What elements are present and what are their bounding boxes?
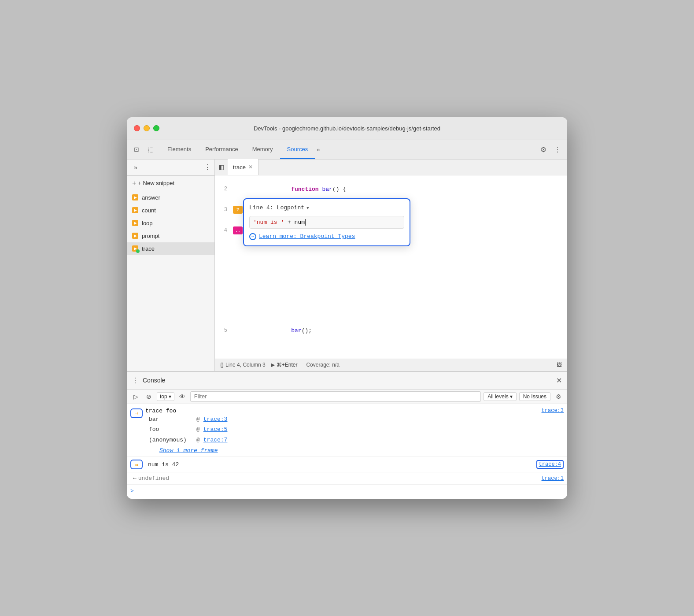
snippet-file-icon: ▶ [132,220,138,226]
snippet-loop[interactable]: ▶ loop [127,217,214,230]
arrow-circle-icon: → [249,233,256,240]
close-console-icon[interactable]: ✕ [556,376,562,385]
code-line-5: 5 bar(); [215,320,567,341]
trace-row-bar: bar @ trace:3 [149,414,564,424]
console-prompt[interactable]: > [127,485,567,497]
run-shortcut: ⌘+Enter [277,362,298,368]
trace-file-link[interactable]: trace:5 [203,424,228,434]
trace-icon-highlighted: ⇒ [130,408,143,418]
tab-memory[interactable]: Memory [245,140,280,159]
trace-at: @ [196,435,200,445]
breakpoint-badge-pink[interactable]: .. [233,226,243,234]
line-gutter-4: .. [233,226,243,234]
learn-more-link[interactable]: Learn more: Breakpoint Types [259,233,355,240]
trace-at: @ [196,424,200,434]
collapse-sidebar-icon[interactable]: » [130,162,141,173]
code-editor[interactable]: 2 function bar() { 3 ? let num [215,175,567,359]
snippet-file-icon: ▶ [132,207,138,213]
logpoint-source-link-highlighted[interactable]: trace:4 [536,460,564,469]
screenshot-icon[interactable]: 🖼 [557,362,562,368]
result-entry: ← undefined trace:1 [127,472,567,485]
trace-source-link[interactable]: trace:3 [542,408,564,414]
editor-tab-trace[interactable]: trace ✕ [228,159,258,175]
settings-gear-icon[interactable]: ⚙ [537,143,550,156]
maximize-button[interactable] [153,125,159,131]
sidebar: » ⋮ + + New snippet ▶ answer ▶ count [127,160,215,371]
issues-button[interactable]: No Issues [519,392,550,401]
tab-sources[interactable]: Sources [280,140,315,159]
log-levels-dropdown[interactable]: All levels ▾ [484,392,516,401]
snippet-prompt[interactable]: ▶ prompt [127,230,214,242]
console-trace-entry: ⇒ trace foo trace:3 bar @ trace:3 [127,406,567,457]
minimize-button[interactable] [144,125,150,131]
drag-handle-icon[interactable]: ⋮ [132,376,139,385]
close-tab-icon[interactable]: ✕ [248,164,253,170]
line-number-5: 5 [215,327,233,334]
editor-tabbar: ◧ trace ✕ [215,160,567,175]
logpoint-input[interactable]: 'num is ' + num [249,216,404,229]
logpoint-result-text: num is 42 [148,461,179,468]
show-more-frames-link[interactable]: Show 1 more frame [149,445,564,456]
active-dot [136,249,140,253]
tab-performance[interactable]: Performance [198,140,245,159]
trace-row-anon: (anonymous) @ trace:7 [149,435,564,445]
filter-input[interactable] [190,391,481,402]
titlebar: DevTools - googlechrome.github.io/devtoo… [127,117,567,140]
tab-actions: ⚙ ⋮ [537,143,564,156]
curly-braces-icon: {} [220,362,224,368]
tab-list: Elements Performance Memory Sources » [160,140,537,159]
chevron-down-icon: ▾ [169,393,171,400]
snippet-count[interactable]: ▶ count [127,204,214,217]
sidebar-toggle-icon[interactable]: ⊡ [130,143,143,156]
new-snippet-button[interactable]: + + New snippet [127,176,214,191]
devtools-tabbar: ⊡ ⬚ Elements Performance Memory Sources … [127,140,567,160]
logpoint-code-value: 'num is ' [253,219,284,226]
snippet-answer[interactable]: ▶ answer [127,191,214,204]
more-tabs-icon[interactable]: » [317,146,320,153]
dock-icon[interactable]: ⬚ [144,143,157,156]
logpoint-type-select[interactable]: Logpoint ▾ [277,204,310,212]
line-number-4: 4 [215,227,233,234]
logpoint-arrow-icon: ⇒ [135,461,138,468]
line-gutter-3: ? [233,206,243,214]
context-selector[interactable]: top ▾ [157,392,174,401]
navigator-toggle-icon[interactable]: ◧ [218,163,224,171]
line-number-3: 3 [215,207,233,213]
eye-icon[interactable]: 👁 [177,391,188,402]
tab-controls: ⊡ ⬚ [130,143,157,156]
logpoint-icon-highlighted: ⇒ [130,460,143,469]
trace-row-foo: foo @ trace:5 [149,424,564,434]
logpoint-learn-more[interactable]: → Learn more: Breakpoint Types [249,233,404,240]
trace-file-link[interactable]: trace:3 [203,414,228,424]
breakpoint-badge-orange[interactable]: ? [233,206,243,214]
snippet-trace[interactable]: ▶ trace [127,242,214,255]
result-source-link[interactable]: trace:1 [542,475,564,482]
chevron-down-icon: ▾ [510,393,513,400]
code-line-2: 2 function bar() { [215,179,567,200]
format-indicator[interactable]: {} Line 4, Column 3 [220,362,266,368]
clear-console-icon[interactable]: ▷ [130,391,141,402]
sidebar-more-icon[interactable]: ⋮ [204,163,211,171]
tab-elements[interactable]: Elements [160,140,198,159]
block-icon[interactable]: ⊘ [144,391,154,402]
close-button[interactable] [134,125,140,131]
trace-content: trace foo trace:3 bar @ trace:3 foo [145,408,564,456]
chevron-down-icon: ▾ [306,204,310,212]
line-content-2: function bar() { [243,179,567,199]
editor-area: ◧ trace ✕ 2 function bar() { [215,160,567,371]
logpoint-line-label: Line 4: [249,204,273,211]
logpoint-header: Line 4: Logpoint ▾ [249,204,404,212]
trace-at: @ [196,414,200,424]
console-section: ⋮ Console ✕ ▷ ⊘ top ▾ 👁 All levels ▾ No … [127,371,567,499]
context-label: top [160,393,167,400]
result-undefined: undefined [138,475,169,482]
console-settings-icon[interactable]: ⚙ [553,391,564,402]
more-options-icon[interactable]: ⋮ [551,143,564,156]
console-output: ⇒ trace foo trace:3 bar @ trace:3 [127,404,567,499]
console-title: Console [143,377,165,384]
plus-icon: + [132,179,136,187]
trace-file-link[interactable]: trace:7 [203,435,228,445]
run-icon: ▶ [271,362,275,368]
devtools-window: DevTools - googlechrome.github.io/devtoo… [127,117,567,499]
run-control[interactable]: ▶ ⌘+Enter [271,362,298,368]
